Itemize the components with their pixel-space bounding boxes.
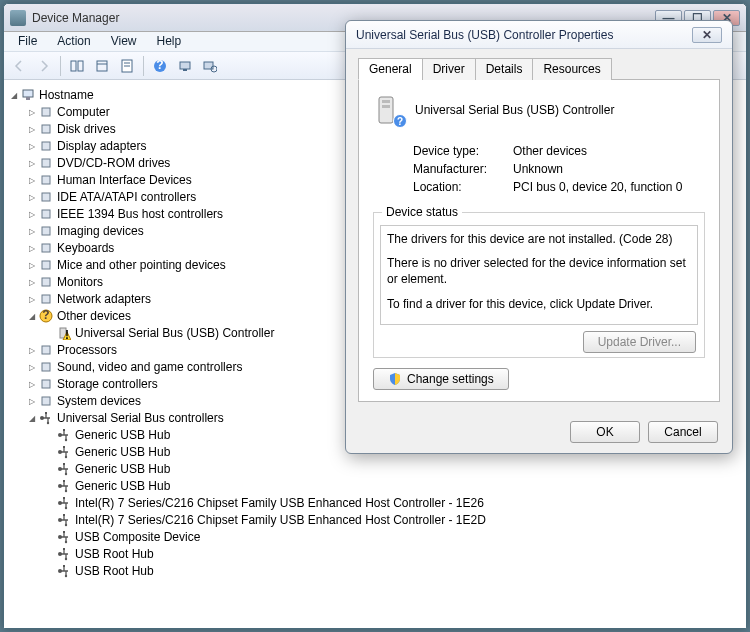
expand-icon[interactable] bbox=[26, 412, 37, 423]
tree-usb-device[interactable]: USB Root Hub bbox=[8, 562, 742, 579]
properties-icon[interactable] bbox=[116, 55, 138, 77]
usb-icon bbox=[56, 427, 72, 443]
expand-icon[interactable] bbox=[26, 276, 37, 287]
category-icon bbox=[38, 172, 54, 188]
category-label: Monitors bbox=[57, 275, 103, 289]
tree-usb-device[interactable]: USB Root Hub bbox=[8, 545, 742, 562]
tab-details[interactable]: Details bbox=[475, 58, 534, 80]
cancel-button[interactable]: Cancel bbox=[648, 421, 718, 443]
dialog-footer: OK Cancel bbox=[570, 421, 718, 443]
device-status-text[interactable]: The drivers for this device are not inst… bbox=[380, 225, 698, 325]
expand-icon[interactable] bbox=[26, 378, 37, 389]
category-label: Computer bbox=[57, 105, 110, 119]
expand-icon[interactable] bbox=[26, 395, 37, 406]
tab-driver[interactable]: Driver bbox=[422, 58, 476, 80]
expand-icon[interactable] bbox=[26, 225, 37, 236]
tree-usb-device[interactable]: Intel(R) 7 Series/C216 Chipset Family US… bbox=[8, 494, 742, 511]
device-label: USB Root Hub bbox=[75, 564, 154, 578]
expand-icon[interactable] bbox=[26, 140, 37, 151]
dialog-close-button[interactable]: ✕ bbox=[692, 27, 722, 43]
expand-icon[interactable] bbox=[8, 89, 19, 100]
category-icon bbox=[38, 257, 54, 273]
separator bbox=[143, 56, 144, 76]
tab-resources[interactable]: Resources bbox=[532, 58, 611, 80]
svg-point-62 bbox=[65, 557, 67, 559]
category-label: Processors bbox=[57, 343, 117, 357]
update-driver-button[interactable]: Update Driver... bbox=[583, 331, 696, 353]
usb-icon bbox=[56, 546, 72, 562]
dialog-titlebar[interactable]: Universal Serial Bus (USB) Controller Pr… bbox=[346, 21, 732, 49]
category-label: Disk drives bbox=[57, 122, 116, 136]
change-settings-button[interactable]: Change settings bbox=[373, 368, 509, 390]
svg-rect-67 bbox=[382, 100, 390, 103]
menu-action[interactable]: Action bbox=[47, 32, 100, 51]
expand-icon[interactable] bbox=[26, 259, 37, 270]
svg-rect-35 bbox=[42, 397, 50, 405]
tree-usb-device[interactable]: Intel(R) 7 Series/C216 Chipset Family US… bbox=[8, 511, 742, 528]
svg-point-59 bbox=[65, 540, 67, 542]
show-hide-tree-icon[interactable] bbox=[66, 55, 88, 77]
svg-rect-15 bbox=[42, 108, 50, 116]
expand-icon[interactable] bbox=[26, 310, 37, 321]
menu-help[interactable]: Help bbox=[147, 32, 192, 51]
expand-icon[interactable] bbox=[26, 174, 37, 185]
device-label: Generic USB Hub bbox=[75, 445, 170, 459]
svg-rect-34 bbox=[42, 380, 50, 388]
category-label: Network adapters bbox=[57, 292, 151, 306]
svg-rect-14 bbox=[26, 97, 30, 100]
ok-button[interactable]: OK bbox=[570, 421, 640, 443]
svg-rect-58 bbox=[63, 531, 65, 533]
back-icon[interactable] bbox=[8, 55, 30, 77]
dialog-title: Universal Serial Bus (USB) Controller Pr… bbox=[356, 28, 692, 42]
category-label: Storage controllers bbox=[57, 377, 158, 391]
svg-rect-25 bbox=[42, 278, 50, 286]
tree-usb-device[interactable]: Generic USB Hub bbox=[8, 460, 742, 477]
usb-icon bbox=[56, 512, 72, 528]
menu-file[interactable]: File bbox=[8, 32, 47, 51]
device-status-label: Device status bbox=[382, 205, 462, 219]
brackets-icon[interactable] bbox=[91, 55, 113, 77]
usb-icon bbox=[38, 410, 54, 426]
menu-view[interactable]: View bbox=[101, 32, 147, 51]
category-icon bbox=[38, 393, 54, 409]
forward-icon[interactable] bbox=[33, 55, 55, 77]
svg-point-56 bbox=[65, 523, 67, 525]
expand-icon[interactable] bbox=[26, 344, 37, 355]
expand-icon[interactable] bbox=[26, 123, 37, 134]
usb-icon bbox=[56, 461, 72, 477]
device-label: Generic USB Hub bbox=[75, 462, 170, 476]
properties-dialog: Universal Serial Bus (USB) Controller Pr… bbox=[345, 20, 733, 454]
tab-general[interactable]: General bbox=[358, 58, 423, 80]
expand-icon[interactable] bbox=[26, 157, 37, 168]
other-devices-icon: ? bbox=[38, 308, 54, 324]
expand-icon[interactable] bbox=[26, 293, 37, 304]
location-label: Location: bbox=[413, 180, 513, 194]
device-warning-icon: ! bbox=[56, 325, 72, 341]
usb-icon bbox=[56, 563, 72, 579]
svg-point-65 bbox=[65, 574, 67, 576]
manufacturer-label: Manufacturer: bbox=[413, 162, 513, 176]
svg-rect-24 bbox=[42, 261, 50, 269]
usb-icon bbox=[56, 444, 72, 460]
category-icon bbox=[38, 274, 54, 290]
expand-icon[interactable] bbox=[26, 191, 37, 202]
category-label: Human Interface Devices bbox=[57, 173, 192, 187]
expand-icon[interactable] bbox=[26, 208, 37, 219]
svg-point-41 bbox=[65, 438, 67, 440]
svg-text:?: ? bbox=[42, 309, 49, 322]
svg-rect-17 bbox=[42, 142, 50, 150]
tree-usb-device[interactable]: USB Composite Device bbox=[8, 528, 742, 545]
expand-icon[interactable] bbox=[26, 361, 37, 372]
svg-rect-10 bbox=[183, 69, 187, 71]
update-driver-icon[interactable] bbox=[199, 55, 221, 77]
category-label: IDE ATA/ATAPI controllers bbox=[57, 190, 196, 204]
svg-rect-20 bbox=[42, 193, 50, 201]
scan-hardware-icon[interactable] bbox=[174, 55, 196, 77]
category-icon bbox=[38, 240, 54, 256]
help-icon[interactable]: ? bbox=[149, 55, 171, 77]
device-type-value: Other devices bbox=[513, 144, 587, 158]
tree-usb-device[interactable]: Generic USB Hub bbox=[8, 477, 742, 494]
svg-rect-13 bbox=[23, 90, 33, 97]
expand-icon[interactable] bbox=[26, 242, 37, 253]
expand-icon[interactable] bbox=[26, 106, 37, 117]
